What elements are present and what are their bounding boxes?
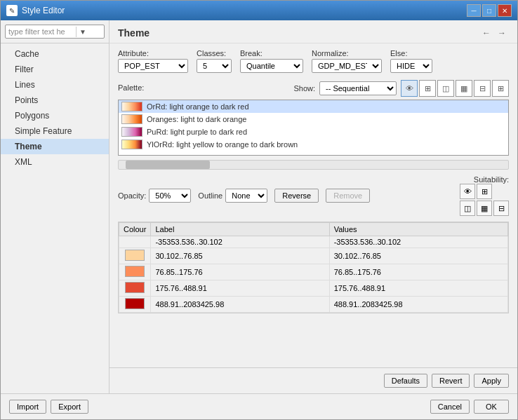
break-group: Break: Quantile bbox=[240, 49, 303, 73]
main-panel: Theme ← → Attribute: POP_EST bbox=[109, 20, 517, 393]
suitability-row-1: 👁 ⊞ bbox=[460, 184, 509, 199]
colour-swatch-3[interactable] bbox=[125, 282, 145, 293]
defaults-button[interactable]: Defaults bbox=[384, 374, 427, 388]
minimize-button[interactable]: ─ bbox=[467, 4, 481, 17]
palette-item-purd[interactable]: PuRd: light purple to dark red bbox=[119, 126, 508, 138]
back-button[interactable]: ← bbox=[479, 26, 493, 40]
sidebar-item-lines[interactable]: Lines bbox=[1, 77, 109, 93]
opacity-group: Opacity: 50% 10%20%30% 40%60%70% 80%90%1… bbox=[118, 189, 191, 203]
reverse-button[interactable]: Reverse bbox=[274, 189, 319, 203]
outline-select[interactable]: None ThinMediumThick bbox=[225, 189, 267, 203]
colour-cell-2 bbox=[119, 264, 151, 280]
window-title: Style Editor bbox=[22, 6, 65, 15]
view-list-button[interactable]: ⊟ bbox=[474, 80, 491, 97]
sidebar-item-cache[interactable]: Cache bbox=[1, 46, 109, 62]
sidebar-item-filter[interactable]: Filter bbox=[1, 62, 109, 77]
colour-swatch-1[interactable] bbox=[125, 250, 145, 261]
remove-button[interactable]: Remove bbox=[326, 189, 370, 203]
palette-item-oranges[interactable]: Oranges: light to dark orange bbox=[119, 113, 508, 126]
attribute-select[interactable]: POP_EST bbox=[118, 59, 188, 73]
suit-tile-icon[interactable]: ▦ bbox=[477, 201, 492, 216]
footer-bar: Import Export Cancel OK bbox=[1, 393, 517, 419]
break-select[interactable]: Quantile bbox=[240, 59, 303, 73]
apply-button[interactable]: Apply bbox=[474, 374, 509, 388]
palette-item-ylorrd[interactable]: YlOrRd: light yellow to orange to dark b… bbox=[119, 138, 508, 151]
suitability-section: Suitability: 👁 ⊞ ◫ ▦ ⊟ bbox=[460, 175, 509, 216]
palette-label: Palette: bbox=[118, 83, 144, 92]
purd-swatch bbox=[121, 127, 142, 137]
footer-right: Cancel OK bbox=[430, 400, 509, 414]
palette-item-orrd[interactable]: OrRd: light orange to dark red bbox=[119, 100, 508, 113]
controls-row: Opacity: 50% 10%20%30% 40%60%70% 80%90%1… bbox=[118, 175, 509, 216]
show-row: Show: -- Sequential -- Diverging -- Qual… bbox=[293, 80, 509, 97]
normalize-select[interactable]: GDP_MD_EST bbox=[312, 59, 382, 73]
main-header: Theme ← → bbox=[109, 20, 517, 43]
orrd-label: OrRd: light orange to dark red bbox=[147, 102, 249, 111]
cancel-button[interactable]: Cancel bbox=[430, 400, 470, 414]
view-card-button[interactable]: ⊞ bbox=[492, 80, 509, 97]
palette-list[interactable]: OrRd: light orange to dark red Oranges: … bbox=[118, 100, 509, 156]
header-nav-icons: ← → bbox=[479, 26, 509, 40]
ylorrd-swatch bbox=[121, 140, 142, 149]
palette-section: Palette: Show: -- Sequential -- Divergin… bbox=[118, 79, 509, 170]
label-cell-0: -35353.536..30.102 bbox=[151, 236, 329, 248]
label-cell-2: 76.85..175.76 bbox=[151, 264, 329, 280]
show-label: Show: bbox=[293, 84, 315, 93]
sidebar-item-simple-feature[interactable]: Simple Feature bbox=[1, 123, 109, 139]
classes-select[interactable]: 5 bbox=[197, 59, 232, 73]
maximize-button[interactable]: □ bbox=[482, 4, 496, 17]
content-area: ▼ Cache Filter Lines Points Polygons Sim… bbox=[1, 20, 517, 393]
label-cell-4: 488.91..2083425.98 bbox=[151, 297, 329, 313]
attribute-label: Attribute: bbox=[118, 49, 188, 57]
table-row: -35353.536..30.102 -35353.536..30.102 bbox=[119, 236, 508, 248]
filter-input-wrap: ▼ bbox=[5, 25, 105, 39]
view-icons: 👁 ⊞ ◫ ▦ ⊟ ⊞ bbox=[401, 80, 509, 97]
show-select[interactable]: -- Sequential -- Diverging -- Qualitativ… bbox=[319, 81, 397, 95]
ok-button[interactable]: OK bbox=[474, 400, 509, 414]
forward-button[interactable]: → bbox=[495, 26, 509, 40]
colour-swatch-2[interactable] bbox=[125, 266, 145, 277]
break-label: Break: bbox=[240, 49, 303, 57]
export-button[interactable]: Export bbox=[51, 400, 88, 414]
else-select[interactable]: HIDE bbox=[390, 59, 432, 73]
orrd-swatch bbox=[121, 102, 142, 111]
normalize-group: Normalize: GDP_MD_EST bbox=[312, 49, 382, 73]
palette-hscrollbar-thumb bbox=[126, 161, 210, 169]
close-button[interactable]: ✕ bbox=[498, 4, 512, 17]
view-grid-button[interactable]: ⊞ bbox=[419, 80, 436, 97]
table-row: 488.91..2083425.98 488.91..2083425.98 bbox=[119, 297, 508, 313]
suit-split-icon[interactable]: ◫ bbox=[460, 201, 475, 216]
sidebar-item-points[interactable]: Points bbox=[1, 93, 109, 108]
attribute-row: Attribute: POP_EST Classes: 5 Break: bbox=[118, 49, 509, 73]
filter-dropdown-arrow[interactable]: ▼ bbox=[76, 27, 89, 37]
view-tile-button[interactable]: ▦ bbox=[456, 80, 472, 97]
opacity-select[interactable]: 50% 10%20%30% 40%60%70% 80%90%100% bbox=[149, 189, 191, 203]
view-eye-button[interactable]: 👁 bbox=[401, 80, 418, 97]
classes-group: Classes: 5 bbox=[197, 49, 232, 73]
values-cell-2: 76.85..175.76 bbox=[329, 264, 507, 280]
colour-swatch-4[interactable] bbox=[125, 298, 145, 309]
view-split-button[interactable]: ◫ bbox=[437, 80, 454, 97]
values-cell-4: 488.91..2083425.98 bbox=[329, 297, 507, 313]
outline-group: Outline None ThinMediumThick bbox=[198, 189, 267, 203]
sidebar-item-polygons[interactable]: Polygons bbox=[1, 108, 109, 123]
oranges-label: Oranges: light to dark orange bbox=[147, 115, 246, 123]
suit-grid-icon[interactable]: ⊞ bbox=[477, 184, 492, 199]
suitability-row-2: ◫ ▦ ⊟ bbox=[460, 201, 509, 216]
sidebar-item-theme[interactable]: Theme bbox=[1, 139, 109, 154]
import-button[interactable]: Import bbox=[9, 400, 46, 414]
colour-table: Colour Label Values -35353.536..30.102 -… bbox=[119, 222, 508, 313]
purd-label: PuRd: light purple to dark red bbox=[147, 128, 247, 136]
revert-button[interactable]: Revert bbox=[432, 374, 470, 388]
suitability-icons: 👁 ⊞ ◫ ▦ ⊟ bbox=[460, 184, 509, 216]
palette-hscrollbar[interactable] bbox=[118, 160, 509, 170]
ylorrd-label: YlOrRd: light yellow to orange to dark b… bbox=[147, 140, 298, 149]
colour-cell-3 bbox=[119, 280, 151, 297]
suit-list-icon[interactable]: ⊟ bbox=[493, 201, 509, 216]
suit-eye-icon[interactable]: 👁 bbox=[460, 184, 475, 199]
filter-input[interactable] bbox=[6, 25, 76, 38]
palette-list-container: OrRd: light orange to dark red Oranges: … bbox=[118, 100, 509, 156]
else-label: Else: bbox=[390, 49, 432, 57]
sidebar-item-xml[interactable]: XML bbox=[1, 154, 109, 170]
oranges-swatch bbox=[121, 114, 142, 124]
